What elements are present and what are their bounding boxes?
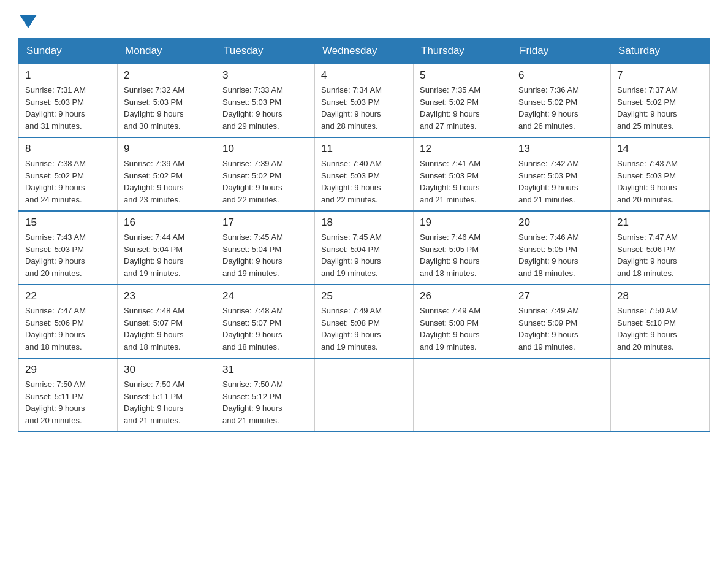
weekday-header-saturday: Saturday <box>611 39 710 64</box>
weekday-header-monday: Monday <box>118 39 216 64</box>
calendar-cell: 20Sunrise: 7:46 AMSunset: 5:05 PMDayligh… <box>512 211 611 285</box>
day-info: Sunrise: 7:33 AMSunset: 5:03 PMDaylight:… <box>222 84 308 132</box>
day-number: 16 <box>124 216 210 229</box>
day-number: 21 <box>617 216 703 229</box>
calendar-cell: 9Sunrise: 7:39 AMSunset: 5:02 PMDaylight… <box>118 137 216 211</box>
day-number: 26 <box>420 290 506 302</box>
day-number: 2 <box>124 69 210 82</box>
calendar-cell: 28Sunrise: 7:50 AMSunset: 5:10 PMDayligh… <box>611 285 710 358</box>
day-number: 19 <box>420 216 506 229</box>
day-number: 22 <box>25 290 111 302</box>
calendar-cell: 18Sunrise: 7:45 AMSunset: 5:04 PMDayligh… <box>315 211 414 285</box>
day-number: 5 <box>420 69 506 82</box>
day-number: 9 <box>124 143 210 155</box>
calendar-cell: 15Sunrise: 7:43 AMSunset: 5:03 PMDayligh… <box>19 211 118 285</box>
day-number: 1 <box>25 69 111 82</box>
day-info: Sunrise: 7:36 AMSunset: 5:02 PMDaylight:… <box>518 84 604 132</box>
calendar-cell: 1Sunrise: 7:31 AMSunset: 5:03 PMDaylight… <box>19 64 118 137</box>
calendar-cell <box>414 358 512 432</box>
calendar-week-row: 29Sunrise: 7:50 AMSunset: 5:11 PMDayligh… <box>19 358 710 432</box>
calendar-cell: 13Sunrise: 7:42 AMSunset: 5:03 PMDayligh… <box>512 137 611 211</box>
day-info: Sunrise: 7:49 AMSunset: 5:08 PMDaylight:… <box>420 305 506 353</box>
calendar-cell: 12Sunrise: 7:41 AMSunset: 5:03 PMDayligh… <box>414 137 512 211</box>
day-info: Sunrise: 7:38 AMSunset: 5:02 PMDaylight:… <box>25 158 111 205</box>
calendar-cell: 21Sunrise: 7:47 AMSunset: 5:06 PMDayligh… <box>611 211 710 285</box>
day-number: 14 <box>617 143 703 155</box>
calendar-cell: 3Sunrise: 7:33 AMSunset: 5:03 PMDaylight… <box>216 64 315 137</box>
day-info: Sunrise: 7:50 AMSunset: 5:10 PMDaylight:… <box>617 305 703 353</box>
day-number: 15 <box>25 216 111 229</box>
day-info: Sunrise: 7:50 AMSunset: 5:11 PMDaylight:… <box>25 378 111 426</box>
day-number: 24 <box>222 290 308 302</box>
calendar-week-row: 8Sunrise: 7:38 AMSunset: 5:02 PMDaylight… <box>19 137 710 211</box>
weekday-header-wednesday: Wednesday <box>315 39 414 64</box>
calendar-cell: 4Sunrise: 7:34 AMSunset: 5:03 PMDaylight… <box>315 64 414 137</box>
weekday-header-thursday: Thursday <box>414 39 512 64</box>
calendar-cell: 19Sunrise: 7:46 AMSunset: 5:05 PMDayligh… <box>414 211 512 285</box>
day-number: 8 <box>25 143 111 155</box>
day-info: Sunrise: 7:45 AMSunset: 5:04 PMDaylight:… <box>321 231 407 279</box>
day-info: Sunrise: 7:37 AMSunset: 5:02 PMDaylight:… <box>617 84 703 132</box>
day-number: 10 <box>222 143 308 155</box>
day-info: Sunrise: 7:49 AMSunset: 5:08 PMDaylight:… <box>321 305 407 353</box>
calendar-cell <box>611 358 710 432</box>
day-info: Sunrise: 7:48 AMSunset: 5:07 PMDaylight:… <box>222 305 308 353</box>
day-number: 17 <box>222 216 308 229</box>
weekday-header-tuesday: Tuesday <box>216 39 315 64</box>
day-info: Sunrise: 7:34 AMSunset: 5:03 PMDaylight:… <box>321 84 407 132</box>
calendar-week-row: 22Sunrise: 7:47 AMSunset: 5:06 PMDayligh… <box>19 285 710 358</box>
day-number: 12 <box>420 143 506 155</box>
calendar-cell: 6Sunrise: 7:36 AMSunset: 5:02 PMDaylight… <box>512 64 611 137</box>
calendar-cell: 30Sunrise: 7:50 AMSunset: 5:11 PMDayligh… <box>118 358 216 432</box>
page-header <box>18 12 710 26</box>
day-number: 25 <box>321 290 407 302</box>
weekday-header-sunday: Sunday <box>19 39 118 64</box>
day-info: Sunrise: 7:50 AMSunset: 5:11 PMDaylight:… <box>124 378 210 426</box>
day-info: Sunrise: 7:42 AMSunset: 5:03 PMDaylight:… <box>518 158 604 205</box>
day-info: Sunrise: 7:47 AMSunset: 5:06 PMDaylight:… <box>25 305 111 353</box>
day-info: Sunrise: 7:47 AMSunset: 5:06 PMDaylight:… <box>617 231 703 279</box>
day-info: Sunrise: 7:32 AMSunset: 5:03 PMDaylight:… <box>124 84 210 132</box>
day-info: Sunrise: 7:31 AMSunset: 5:03 PMDaylight:… <box>25 84 111 132</box>
day-info: Sunrise: 7:39 AMSunset: 5:02 PMDaylight:… <box>124 158 210 205</box>
day-number: 3 <box>222 69 308 82</box>
calendar-cell: 22Sunrise: 7:47 AMSunset: 5:06 PMDayligh… <box>19 285 118 358</box>
weekday-header-row: SundayMondayTuesdayWednesdayThursdayFrid… <box>19 39 710 64</box>
calendar-cell: 10Sunrise: 7:39 AMSunset: 5:02 PMDayligh… <box>216 137 315 211</box>
logo-triangle-icon <box>20 15 37 28</box>
calendar-cell: 5Sunrise: 7:35 AMSunset: 5:02 PMDaylight… <box>414 64 512 137</box>
calendar-cell: 24Sunrise: 7:48 AMSunset: 5:07 PMDayligh… <box>216 285 315 358</box>
calendar-week-row: 1Sunrise: 7:31 AMSunset: 5:03 PMDaylight… <box>19 64 710 137</box>
day-number: 18 <box>321 216 407 229</box>
day-number: 11 <box>321 143 407 155</box>
logo <box>18 12 37 26</box>
calendar-cell: 25Sunrise: 7:49 AMSunset: 5:08 PMDayligh… <box>315 285 414 358</box>
day-info: Sunrise: 7:48 AMSunset: 5:07 PMDaylight:… <box>124 305 210 353</box>
calendar-cell: 11Sunrise: 7:40 AMSunset: 5:03 PMDayligh… <box>315 137 414 211</box>
calendar-cell: 7Sunrise: 7:37 AMSunset: 5:02 PMDaylight… <box>611 64 710 137</box>
calendar-cell: 2Sunrise: 7:32 AMSunset: 5:03 PMDaylight… <box>118 64 216 137</box>
calendar-cell: 14Sunrise: 7:43 AMSunset: 5:03 PMDayligh… <box>611 137 710 211</box>
calendar-cell: 31Sunrise: 7:50 AMSunset: 5:12 PMDayligh… <box>216 358 315 432</box>
calendar-cell <box>512 358 611 432</box>
day-info: Sunrise: 7:43 AMSunset: 5:03 PMDaylight:… <box>617 158 703 205</box>
calendar-cell: 16Sunrise: 7:44 AMSunset: 5:04 PMDayligh… <box>118 211 216 285</box>
day-info: Sunrise: 7:41 AMSunset: 5:03 PMDaylight:… <box>420 158 506 205</box>
day-info: Sunrise: 7:45 AMSunset: 5:04 PMDaylight:… <box>222 231 308 279</box>
calendar-cell: 26Sunrise: 7:49 AMSunset: 5:08 PMDayligh… <box>414 285 512 358</box>
day-number: 31 <box>222 364 308 376</box>
day-number: 27 <box>518 290 604 302</box>
day-info: Sunrise: 7:44 AMSunset: 5:04 PMDaylight:… <box>124 231 210 279</box>
day-info: Sunrise: 7:50 AMSunset: 5:12 PMDaylight:… <box>222 378 308 426</box>
day-info: Sunrise: 7:39 AMSunset: 5:02 PMDaylight:… <box>222 158 308 205</box>
day-number: 30 <box>124 364 210 376</box>
day-info: Sunrise: 7:46 AMSunset: 5:05 PMDaylight:… <box>420 231 506 279</box>
day-number: 7 <box>617 69 703 82</box>
day-info: Sunrise: 7:49 AMSunset: 5:09 PMDaylight:… <box>518 305 604 353</box>
weekday-header-friday: Friday <box>512 39 611 64</box>
day-info: Sunrise: 7:46 AMSunset: 5:05 PMDaylight:… <box>518 231 604 279</box>
day-number: 29 <box>25 364 111 376</box>
calendar-cell: 23Sunrise: 7:48 AMSunset: 5:07 PMDayligh… <box>118 285 216 358</box>
day-info: Sunrise: 7:35 AMSunset: 5:02 PMDaylight:… <box>420 84 506 132</box>
calendar-cell: 29Sunrise: 7:50 AMSunset: 5:11 PMDayligh… <box>19 358 118 432</box>
